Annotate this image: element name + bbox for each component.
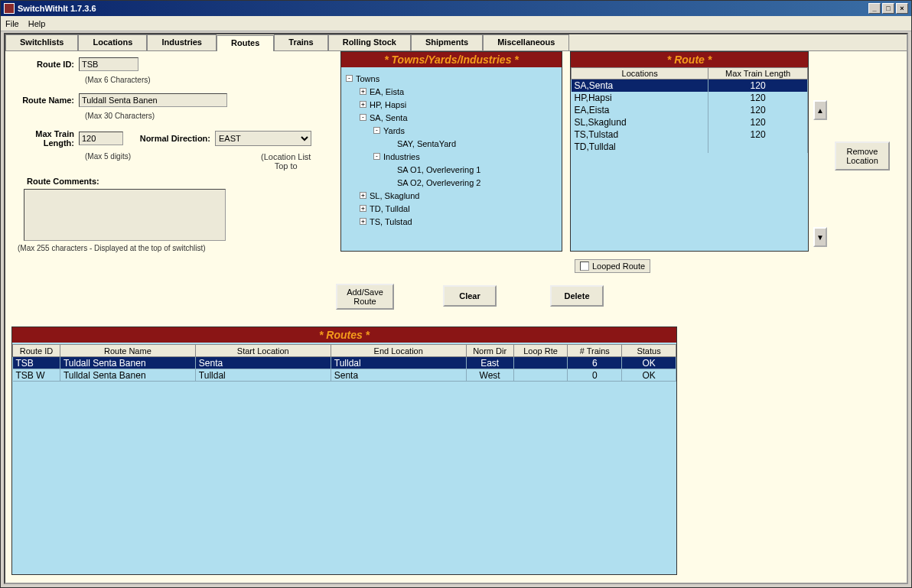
menubar: File Help <box>1 16 911 31</box>
tree-toggle-icon[interactable]: - <box>360 114 366 121</box>
max-train-hint: (Max 5 digits) <box>85 152 177 171</box>
route-row[interactable]: TS,Tulstad120 <box>572 128 808 141</box>
route-panel-title: * Route * <box>571 52 808 67</box>
routes-col: Route ID <box>13 345 60 357</box>
tree-item[interactable]: TD, Tulldal <box>370 204 410 213</box>
tab-locations[interactable]: Locations <box>78 34 147 50</box>
max-train-label: Max Train Length: <box>11 129 79 148</box>
routes-list-title: * Routes * <box>12 327 676 343</box>
app-icon <box>4 3 15 14</box>
route-row[interactable]: EA,Eista120 <box>572 104 808 116</box>
window-title: SwitchWithIt 1.7.3.6 <box>18 4 868 13</box>
tab-switchlists[interactable]: Switchlists <box>5 34 78 50</box>
tab-industries[interactable]: Industries <box>147 34 217 50</box>
comments-label: Route Comments: <box>27 177 333 186</box>
tree-item[interactable]: HP, Hapsi <box>370 100 406 109</box>
tree-toggle-icon[interactable]: + <box>360 192 366 199</box>
normal-dir-select[interactable]: EAST <box>215 131 311 146</box>
tree-item[interactable]: SA, Senta <box>370 113 408 122</box>
tab-miscellaneous[interactable]: Miscellaneous <box>483 34 569 50</box>
routes-col: # Trains <box>568 345 622 357</box>
tree-item[interactable]: EA, Eista <box>370 87 404 96</box>
tree-toggle-icon[interactable]: + <box>360 205 366 212</box>
route-col-maxlen: Max Train Length <box>708 68 808 80</box>
tree-toggle-icon[interactable]: + <box>360 88 366 95</box>
route-id-hint: (Max 6 Characters) <box>85 76 333 84</box>
move-down-button[interactable]: ▼ <box>813 227 827 247</box>
looped-route-container: Looped Route <box>575 259 650 273</box>
tree-item[interactable]: TS, Tulstad <box>370 217 412 226</box>
routes-row[interactable]: TSB WTulldal Senta BanenTulldalSentaWest… <box>13 369 676 382</box>
remove-location-button[interactable]: Remove Location <box>835 141 890 171</box>
routes-col: Loop Rte <box>513 345 568 357</box>
route-row[interactable]: TD,Tulldal <box>572 141 808 153</box>
tree-toggle-icon[interactable]: + <box>360 101 366 108</box>
tree-item[interactable]: Yards <box>383 126 405 135</box>
tree-item[interactable]: SA O2, Overlevering 2 <box>397 178 480 187</box>
tree-toggle-icon[interactable]: - <box>373 127 380 134</box>
route-id-label: Route ID: <box>11 60 79 69</box>
maximize-button[interactable]: □ <box>882 3 894 14</box>
tabs: Switchlists Locations Industries Routes … <box>5 34 907 51</box>
routes-col: Norm Dir <box>466 345 513 357</box>
menu-file[interactable]: File <box>5 19 19 28</box>
close-button[interactable]: × <box>896 3 908 14</box>
routes-list-panel: * Routes * Route IDRoute NameStart Locat… <box>11 326 677 575</box>
route-name-label: Route Name: <box>11 96 79 105</box>
tree-root[interactable]: Towns <box>356 74 379 83</box>
move-up-button[interactable]: ▲ <box>813 100 827 120</box>
minimize-button[interactable]: _ <box>868 3 881 14</box>
menu-help[interactable]: Help <box>28 19 46 28</box>
tree-item[interactable]: SL, Skaglund <box>370 191 419 200</box>
tree-item[interactable]: SA O1, Overlevering 1 <box>397 165 480 174</box>
tree-item[interactable]: SAY, SentaYard <box>397 139 456 148</box>
route-name-input[interactable] <box>79 93 227 107</box>
titlebar: SwitchWithIt 1.7.3.6 _ □ × <box>1 1 911 16</box>
routes-row[interactable]: TSBTuldall Senta BanenSentaTulldalEast6O… <box>13 357 676 369</box>
clear-button[interactable]: Clear <box>443 285 497 307</box>
tab-trains[interactable]: Trains <box>274 34 327 50</box>
normal-dir-label: Normal Direction: <box>123 134 215 143</box>
tree-toggle-icon[interactable]: - <box>346 75 353 82</box>
routes-col: Route Name <box>60 345 195 357</box>
max-train-input[interactable] <box>79 132 123 145</box>
routes-col: Start Location <box>195 345 331 357</box>
routes-col: End Location <box>331 345 466 357</box>
route-row[interactable]: SL,Skaglund120 <box>572 116 808 128</box>
tree-title: * Towns/Yards/Industries * <box>341 52 562 67</box>
route-id-input[interactable] <box>79 57 138 71</box>
comments-hint: (Max 255 characters - Displayed at the t… <box>18 244 333 252</box>
tree-panel: * Towns/Yards/Industries * -Towns+EA, Ei… <box>340 51 562 252</box>
add-save-button[interactable]: Add/Save Route <box>336 284 394 310</box>
tab-shipments[interactable]: Shipments <box>411 34 483 50</box>
route-panel: * Route * LocationsMax Train LengthSA,Se… <box>570 51 809 252</box>
route-row[interactable]: SA,Senta120 <box>572 80 808 92</box>
tree-toggle-icon[interactable]: - <box>373 153 380 160</box>
tab-routes[interactable]: Routes <box>217 35 274 51</box>
tree-item[interactable]: Industries <box>383 152 420 161</box>
route-row[interactable]: HP,Hapsi120 <box>572 92 808 104</box>
looped-route-checkbox[interactable] <box>580 262 589 271</box>
routes-col: Status <box>622 345 676 357</box>
route-name-hint: (Max 30 Characters) <box>85 112 333 120</box>
normal-dir-hint2: Top to <box>261 161 311 171</box>
tree-toggle-icon[interactable]: + <box>360 218 366 225</box>
looped-route-label: Looped Route <box>592 262 645 271</box>
comments-textarea[interactable] <box>24 189 226 241</box>
route-col-locations: Locations <box>572 68 708 80</box>
delete-button[interactable]: Delete <box>550 285 604 307</box>
normal-dir-hint1: (Location List <box>261 152 311 161</box>
tab-rolling-stock[interactable]: Rolling Stock <box>328 34 411 50</box>
